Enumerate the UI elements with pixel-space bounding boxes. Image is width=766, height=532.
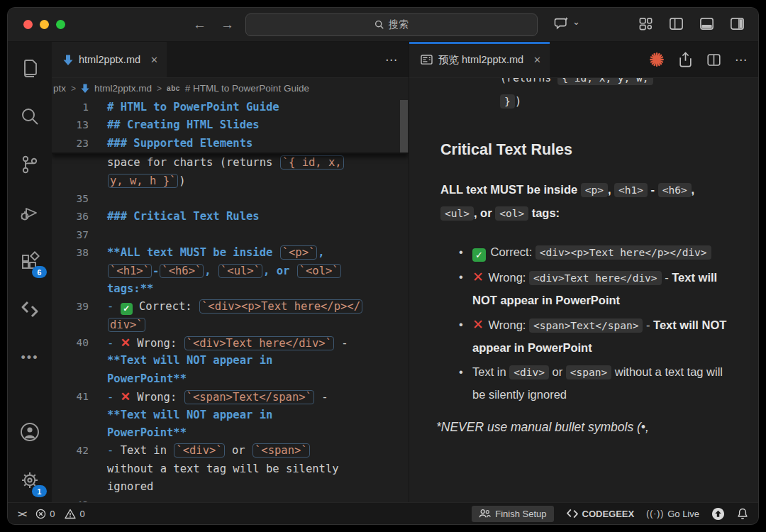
check-icon: ✓ [472,248,486,262]
editor-content[interactable]: 1# HTML to PowerPoint Guide13## Creating… [52,99,409,502]
tab-preview-html2pptx-md[interactable]: 预览 html2pptx.md ✕ [409,42,550,77]
remote-indicator[interactable]: >< [18,509,26,519]
back-button[interactable]: ← [193,17,206,33]
editor-line[interactable]: 37 [52,226,409,244]
split-editor-icon[interactable] [706,52,721,67]
text-run: Text in [121,444,174,457]
editor-line[interactable]: 23### Supported Elements [52,135,409,153]
line-text: **Text will NOT appear in [107,352,409,370]
editor-line[interactable]: `<h1>`-`<h6>`, `<ul>`, or `<ol>` [52,262,409,280]
markdown-preview-icon [421,55,433,65]
line-number: 1 [52,99,107,116]
text-run: - [648,183,658,196]
sidebar-item-explorer[interactable] [13,52,46,84]
problems-errors[interactable]: 0 [35,509,55,519]
line-number: 39 [52,298,107,316]
preview-more-actions-icon[interactable]: ⋯ [735,52,747,67]
line-number: 35 [52,190,107,208]
close-tab-icon[interactable]: ✕ [533,55,541,65]
editor-line[interactable]: 35 [52,190,409,208]
text-run: **Text will NOT appear in [107,409,272,421]
line-text [107,497,409,502]
editor-line[interactable]: 38**ALL text MUST be inside `<p>`, [52,244,409,262]
line-text: `<h1>`-`<h6>`, `<ul>`, or `<ol>` [107,262,409,280]
inline-code: `<ol>` [297,264,341,278]
editor-line[interactable]: without a text tag will be silently [52,460,409,478]
editor-line[interactable]: ignored [52,478,409,496]
inline-code: { id, x, y, w, [557,78,653,85]
breadcrumb-file[interactable]: html2pptx.md [94,83,152,94]
settings-badge: 1 [32,485,47,497]
sidebar-item-source-control[interactable] [13,148,46,181]
editor-line[interactable]: 36### Critical Text Rules [52,208,409,226]
toggle-primary-sidebar-icon[interactable] [668,16,684,32]
command-center-search[interactable]: 搜索 [245,13,538,36]
codegeex-status-button[interactable]: CODEGEEX [566,509,635,519]
sidebar-item-more[interactable]: ••• [13,341,46,374]
accounts-button[interactable] [13,416,46,448]
toggle-secondary-sidebar-icon[interactable] [729,16,745,32]
sidebar-item-search[interactable] [13,100,46,133]
list-item: •✓ Correct: <div><p>Text here</p></div> [459,241,733,264]
text-run: ## Creating HTML Slides [107,118,260,131]
editor-more-actions-icon[interactable]: ⋯ [385,52,397,67]
finish-setup-button[interactable]: Finish Setup [472,506,553,522]
notifications-bell-button[interactable] [737,508,748,520]
editor-line[interactable]: **Text will NOT appear in [52,406,409,424]
editor-line[interactable]: 1# HTML to PowerPoint Guide [52,99,409,116]
tab-html2pptx-md[interactable]: html2pptx.md ✕ [52,42,167,77]
chat-button[interactable]: ⌄ [554,16,580,31]
editor-line[interactable]: PowerPoint** [52,424,409,442]
minimize-window-button[interactable] [40,20,49,29]
editor-line[interactable]: 40- ✕ Wrong: `<div>Text here</div>` - [52,334,409,352]
toggle-panel-icon[interactable] [699,16,715,32]
line-text [107,226,409,244]
editor-line[interactable]: tags:** [52,280,409,298]
problems-warnings[interactable]: 0 [65,509,84,519]
line-text: # HTML to PowerPoint Guide [107,99,409,116]
line-text: space for charts (returns `{ id, x, [107,154,409,172]
editor-line[interactable]: **Text will NOT appear in [52,352,409,370]
starburst-extension-icon[interactable] [649,52,665,67]
editor-line[interactable]: 42- Text in `<div>` or `<span>` [52,442,409,460]
breadcrumb-symbol[interactable]: # HTML to PowerPoint Guide [185,83,309,94]
sticky-scroll: 1# HTML to PowerPoint Guide13## Creating… [52,99,409,154]
editor-line[interactable]: 43 [52,497,409,502]
go-live-button[interactable]: ((·)) Go Live [646,509,699,519]
zoom-window-button[interactable] [56,20,65,29]
customize-layout-icon[interactable] [638,16,654,32]
line-number: 13 [52,116,107,134]
editor-line[interactable]: PowerPoint** [52,370,409,388]
close-tab-icon[interactable]: ✕ [150,55,158,65]
sidebar-item-extensions[interactable]: 6 [13,245,46,277]
editor-line[interactable]: 41- ✕ Wrong: `<span>Text</span>` - [52,388,409,406]
inline-code: <div>Text here</div> [529,271,662,285]
sidebar-item-run-debug[interactable] [13,196,46,229]
editor-line[interactable]: space for charts (returns `{ id, x, [52,154,409,172]
text-run: - [107,300,121,313]
publish-status-icon[interactable] [711,507,725,521]
inline-code: <p> [581,183,608,197]
chevron-down-icon: ⌄ [572,16,580,27]
sidebar-item-codegeex[interactable] [13,293,46,326]
markdown-preview-body: (returns { id, x, y, w,})Critical Text R… [409,78,758,502]
text-run: - [335,337,348,350]
line-number: 42 [52,442,107,460]
share-export-icon[interactable] [678,52,693,67]
breadcrumb-root[interactable]: ptx [53,83,66,94]
close-window-button[interactable] [23,20,33,29]
tab-label: html2pptx.md [79,54,140,65]
forward-button[interactable]: → [221,17,234,33]
bullet-marker: • [459,361,463,383]
line-text: y, w, h }`) [107,172,409,190]
editor-line[interactable]: 13## Creating HTML Slides [52,116,409,134]
editor-line[interactable]: y, w, h }`) [52,172,409,190]
text-run: - [152,265,159,277]
line-number [52,406,107,424]
settings-button[interactable]: 1 [13,464,46,497]
editor-line[interactable]: div>` [52,316,409,334]
bullet-marker: • [459,241,463,263]
editor-scrollbar-thumb[interactable] [400,100,408,153]
inline-code: `<div>Text here</div>` [184,336,334,350]
editor-line[interactable]: 39- ✓ Correct: `<div><p>Text here</p></ [52,298,409,316]
